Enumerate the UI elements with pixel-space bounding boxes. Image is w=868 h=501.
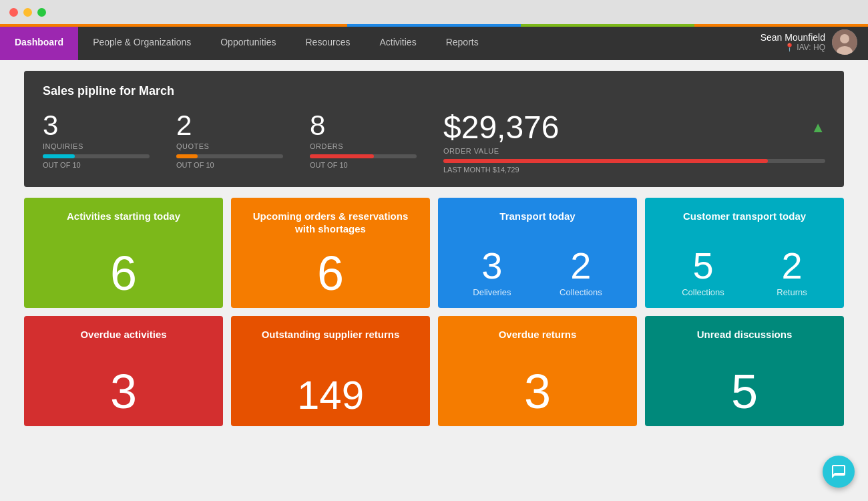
tile-collections-number: 2	[570, 247, 591, 285]
nav-top-seg-1	[0, 24, 174, 27]
tile-collections-label: Collections	[560, 287, 602, 297]
main-content: Sales pipline for March 3 INQUIRIES OUT …	[0, 60, 868, 501]
tile-unread-discussions-number: 5	[731, 367, 758, 415]
tile-cust-returns-number: 2	[781, 247, 802, 285]
quotes-sub: OUT OF 10	[176, 161, 283, 169]
pipeline-metrics: 3 INQUIRIES OUT OF 10 2 QUOTES OUT OF 10…	[43, 110, 825, 174]
tile-cust-returns-label: Returns	[777, 287, 807, 297]
tile-overdue-activities-title: Overdue activities	[80, 328, 166, 341]
order-value-number: $29,376	[443, 110, 560, 146]
order-value-row: $29,376 ▲	[443, 110, 825, 146]
tile-overdue-activities-number: 3	[110, 367, 137, 415]
metric-inquiries[interactable]: 3 INQUIRIES OUT OF 10	[43, 110, 150, 169]
tile-outstanding-supplier-number: 149	[297, 375, 364, 415]
inquiries-bar-fill	[43, 154, 75, 158]
navbar-items: Dashboard People & Organizations Opportu…	[0, 24, 868, 60]
metric-orders[interactable]: 8 ORDERS OUT OF 10	[310, 110, 417, 169]
tiles-row1: Activities starting today 6 Upcoming ord…	[24, 198, 844, 308]
quotes-number: 2	[176, 110, 283, 141]
minimize-button[interactable]	[23, 8, 32, 17]
nav-top-seg-5	[694, 24, 868, 27]
orders-bar-fill	[310, 154, 374, 158]
tile-customer-collections: 5 Collections	[682, 247, 724, 297]
tile-upcoming-orders-title: Upcoming orders & reservations with shor…	[242, 210, 419, 236]
nav-top-seg-3	[347, 24, 521, 27]
close-button[interactable]	[9, 8, 18, 17]
quotes-label: QUOTES	[176, 142, 283, 150]
svg-point-1	[840, 34, 849, 43]
tile-transport-deliveries: 3 Deliveries	[473, 247, 511, 297]
inquiries-label: INQUIRIES	[43, 142, 150, 150]
nav-top-seg-4	[521, 24, 694, 27]
order-value-label: ORDER VALUE	[443, 147, 825, 155]
tile-customer-split: 5 Collections 2 Returns	[656, 247, 833, 297]
tile-activities-today-number: 6	[110, 249, 137, 297]
tile-transport-today[interactable]: Transport today 3 Deliveries 2 Collectio…	[438, 198, 637, 308]
user-name: Sean Mounfield	[761, 32, 825, 43]
nav-dashboard[interactable]: Dashboard	[0, 24, 78, 60]
user-profile[interactable]: Sean Mounfield 📍 IAV: HQ	[750, 24, 868, 60]
tile-overdue-returns[interactable]: Overdue returns 3	[438, 316, 637, 426]
tile-outstanding-supplier[interactable]: Outstanding supplier returns 149	[231, 316, 430, 426]
tile-overdue-returns-number: 3	[524, 367, 551, 415]
navbar: Dashboard People & Organizations Opportu…	[0, 24, 868, 60]
tiles-row2: Overdue activities 3 Outstanding supplie…	[24, 316, 844, 426]
nav-top-seg-2	[174, 24, 347, 27]
pipeline-title: Sales pipline for March	[43, 84, 825, 98]
tile-transport-split: 3 Deliveries 2 Collections	[449, 247, 626, 297]
user-info: Sean Mounfield 📍 IAV: HQ	[761, 32, 825, 52]
tile-overdue-returns-title: Overdue returns	[499, 328, 577, 341]
inquiries-number: 3	[43, 110, 150, 141]
nav-activities[interactable]: Activities	[365, 24, 431, 60]
order-value-bar-fill	[443, 159, 768, 163]
avatar	[832, 29, 857, 55]
tile-unread-discussions-title: Unread discussions	[697, 328, 793, 341]
orders-number: 8	[310, 110, 417, 141]
order-value-bar-bg	[443, 159, 825, 163]
tile-activities-today[interactable]: Activities starting today 6	[24, 198, 223, 308]
orders-bar-bg	[310, 154, 417, 158]
maximize-button[interactable]	[37, 8, 46, 17]
title-bar	[0, 0, 868, 24]
nav-top-bar	[0, 24, 868, 27]
chat-button[interactable]	[823, 456, 855, 488]
inquiries-sub: OUT OF 10	[43, 161, 150, 169]
pipeline-card: Sales pipline for March 3 INQUIRIES OUT …	[24, 71, 844, 187]
nav-people[interactable]: People & Organizations	[78, 24, 206, 60]
tile-upcoming-orders[interactable]: Upcoming orders & reservations with shor…	[231, 198, 430, 308]
tile-outstanding-supplier-title: Outstanding supplier returns	[262, 328, 400, 341]
order-value-sub: LAST MONTH $14,729	[443, 166, 825, 174]
nav-reports[interactable]: Reports	[431, 24, 493, 60]
location-icon: 📍	[785, 43, 795, 52]
inquiries-bar-bg	[43, 154, 150, 158]
tile-transport-collections: 2 Collections	[560, 247, 602, 297]
tile-activities-today-title: Activities starting today	[67, 210, 180, 223]
user-location: 📍 IAV: HQ	[761, 43, 825, 52]
tile-overdue-activities[interactable]: Overdue activities 3	[24, 316, 223, 426]
tile-transport-today-title: Transport today	[499, 210, 575, 223]
metric-quotes[interactable]: 2 QUOTES OUT OF 10	[176, 110, 283, 169]
metric-order-value[interactable]: $29,376 ▲ ORDER VALUE LAST MONTH $14,729	[443, 110, 825, 174]
tile-upcoming-orders-number: 6	[317, 249, 344, 297]
tile-customer-transport[interactable]: Customer transport today 5 Collections 2…	[645, 198, 844, 308]
trend-up-icon: ▲	[811, 119, 825, 136]
quotes-bar-bg	[176, 154, 283, 158]
tile-customer-returns: 2 Returns	[777, 247, 807, 297]
tile-unread-discussions[interactable]: Unread discussions 5	[645, 316, 844, 426]
tile-deliveries-number: 3	[481, 247, 502, 285]
tile-customer-transport-title: Customer transport today	[683, 210, 806, 223]
quotes-bar-fill	[176, 154, 198, 158]
orders-label: ORDERS	[310, 142, 417, 150]
tile-cust-collections-number: 5	[692, 247, 713, 285]
nav-resources[interactable]: Resources	[291, 24, 365, 60]
nav-opportunities[interactable]: Opportunities	[206, 24, 290, 60]
orders-sub: OUT OF 10	[310, 161, 417, 169]
tile-deliveries-label: Deliveries	[473, 287, 511, 297]
tile-cust-collections-label: Collections	[682, 287, 724, 297]
